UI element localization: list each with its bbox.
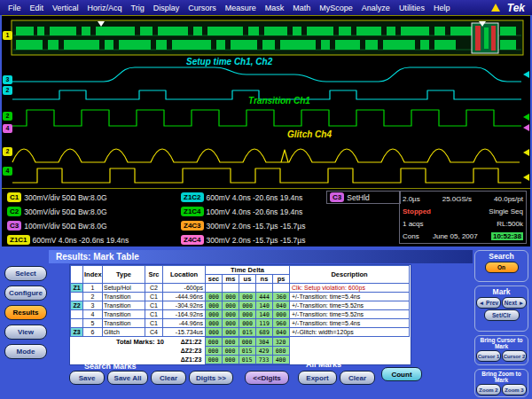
channel-marker-3[interactable]: 3 [3, 75, 12, 84]
export-button[interactable]: Export [298, 371, 337, 385]
delta-z1z2-label: ΔZ1:Z2 [168, 338, 205, 347]
nav-configure[interactable]: Configure [4, 286, 47, 301]
zoom2-button[interactable]: Zoom 2 [476, 384, 501, 395]
alert-triangle-icon [491, 4, 500, 12]
mark-table-container: Index Type Src Location Time Delta Descr… [69, 264, 411, 365]
channel-marker-2g[interactable]: 2 [3, 112, 12, 121]
bring-zoom-group: Bring Zoom to Mark Zoom 2 Zoom 3 [474, 369, 528, 397]
channel-readouts: C1300mV/div 50Ω Bw:8.0G C2300mV/div 50Ω … [7, 191, 179, 247]
total-marks-value: 10 [157, 338, 164, 346]
cons-label: Cons [403, 232, 419, 240]
channel-marker-1[interactable]: 1 [3, 31, 12, 40]
nav-mode[interactable]: Mode [4, 344, 47, 359]
ch3-badge[interactable]: C3 [7, 221, 21, 231]
annotation-transition: Transition Ch1 [248, 96, 310, 106]
table-row[interactable]: Z2 3 Transition C1 -304.92ns 000 000 000… [71, 301, 410, 310]
channel-marker-2y[interactable]: 2 [3, 147, 12, 156]
oscilloscope-screen: File Edit Vertical Horiz/Acq Trig Displa… [0, 0, 532, 399]
zoom3-button[interactable]: Zoom 3 [502, 384, 527, 395]
trace-ch4-square [12, 168, 521, 183]
z1c2-badge[interactable]: Z1C2 [181, 192, 204, 202]
waveform-display: Setup time Ch1, Ch2 Transition Ch1 Glitc… [2, 15, 530, 189]
table-row[interactable]: 5 Transition C1 -44.96ns 000 000 000 119… [71, 319, 410, 328]
bring-cursor-group: Bring Cursor to Mark Cursor 1 Cursor 2 [474, 335, 528, 365]
acq-count: 1 acqs [403, 220, 424, 228]
menu-file[interactable]: File [4, 4, 26, 12]
trigger-readout[interactable]: C3 SetHld [326, 191, 401, 204]
nav-results[interactable]: Results [4, 305, 47, 320]
trace-handle-icon[interactable] [523, 113, 529, 121]
unit-ms: ms [223, 275, 239, 284]
menu-analyze[interactable]: Analyze [357, 4, 395, 12]
menu-help[interactable]: Help [429, 4, 455, 12]
tek-logo: Tek [507, 2, 528, 14]
cursor1-button[interactable]: Cursor 1 [476, 350, 501, 362]
table-row[interactable]: 4 Transition C1 -164.92ns 000 000 000 14… [71, 310, 410, 319]
cursor2-button[interactable]: Cursor 2 [502, 350, 527, 362]
menu-myscope[interactable]: MyScope [315, 4, 357, 12]
ch1-badge[interactable]: C1 [7, 192, 21, 202]
acq-mode: Single Seq [489, 207, 523, 215]
table-row[interactable]: Z3 6 Glitch C4 -15.734us 000 000 015 689… [71, 328, 410, 337]
menu-vertical[interactable]: Vertical [48, 4, 83, 12]
trigger-type: SetHld [347, 193, 370, 202]
delta-z1z3-label: ΔZ1:Z3 [168, 356, 205, 364]
z1c1-badge[interactable]: Z1C1 [7, 235, 30, 245]
save-all-button[interactable]: Save All [107, 371, 148, 385]
channel-marker-4g[interactable]: 4 [3, 167, 12, 176]
count-button[interactable]: Count [381, 367, 422, 381]
readout-bar: C1300mV/div 50Ω Bw:8.0G C2300mV/div 50Ω … [2, 189, 530, 246]
menu-trig[interactable]: Trig [127, 4, 149, 12]
zoom-overview-strip [12, 20, 523, 55]
trigger-source-badge: C3 [330, 192, 344, 202]
nav-select[interactable]: Select [4, 266, 47, 281]
dialog-title: Results: Mark Table [49, 250, 473, 263]
menu-mask[interactable]: Mask [261, 4, 289, 12]
search-on-button[interactable]: On [485, 262, 519, 273]
menu-horiz-acq[interactable]: Horiz/Acq [83, 4, 127, 12]
z4c3-badge[interactable]: Z4C3 [181, 221, 204, 231]
menu-math[interactable]: Math [288, 4, 315, 12]
table-row[interactable]: 2 Transition C1 -444.96ns 000 000 000 44… [71, 293, 410, 301]
glitch-spike [281, 150, 288, 162]
col-header-index: Index [83, 266, 103, 284]
menu-display[interactable]: Display [149, 4, 184, 12]
digits-less-button[interactable]: <<Digits [245, 371, 289, 385]
set-clr-button[interactable]: Set/Clr [484, 309, 520, 321]
menu-measure[interactable]: Measure [221, 4, 261, 12]
menu-utilities[interactable]: Utilities [395, 4, 429, 12]
date: June 05, 2007 [433, 232, 478, 240]
trace-handle-icon[interactable] [523, 71, 529, 78]
mark-table: Index Type Src Location Time Delta Descr… [70, 265, 410, 337]
channel-marker-4m[interactable]: 4 [3, 124, 12, 133]
col-header-time-delta: Time Delta [206, 266, 290, 275]
digits-more-button[interactable]: Digits >> [189, 371, 233, 385]
z4c3-scale: 300mV 2.0ns -15.7µs -15.7µs [207, 222, 306, 231]
menu-edit[interactable]: Edit [26, 4, 49, 12]
trace-ch4-glitch [12, 149, 520, 162]
channel-marker-2c[interactable]: 2 [3, 86, 12, 95]
search-marks-label: Search Marks [84, 362, 137, 371]
unit-ps: ps [273, 275, 290, 284]
all-marks-label: All Marks [306, 360, 341, 369]
clear-all-marks-button[interactable]: Clear [340, 371, 375, 385]
nav-view[interactable]: View [4, 325, 47, 340]
clear-search-marks-button[interactable]: Clear [151, 371, 186, 385]
z4c4-scale: 300mV 2.0ns -15.7µs -15.7µs [207, 236, 306, 245]
prev-mark-button[interactable]: ◄ Prev [476, 297, 501, 309]
ch2-badge[interactable]: C2 [7, 207, 21, 216]
col-header-description: Description [290, 266, 410, 284]
bring-cursor-label: Bring Cursor to Mark [475, 337, 528, 349]
timebase-value: 2.0µs [403, 195, 420, 203]
trace-handle-icon[interactable] [523, 124, 529, 131]
trace-handle-icon[interactable] [523, 174, 529, 181]
trace-handle-icon[interactable] [523, 149, 529, 156]
z1c4-badge[interactable]: Z1C4 [181, 207, 204, 216]
table-row[interactable]: Z1 1 Setup/Hol C2 -600ps Clk: Setup viol… [71, 284, 410, 293]
zoom-readouts: Z1C2600mV 4.0ns -20.6ns 19.4ns Z1C4100mV… [181, 191, 323, 247]
delta-z2z3-label: ΔZ2:Z3 [168, 347, 205, 356]
menu-cursors[interactable]: Cursors [184, 4, 221, 12]
save-button[interactable]: Save [69, 371, 105, 385]
next-mark-button[interactable]: Next ► [502, 297, 527, 309]
z4c4-badge[interactable]: Z4C4 [181, 235, 204, 245]
